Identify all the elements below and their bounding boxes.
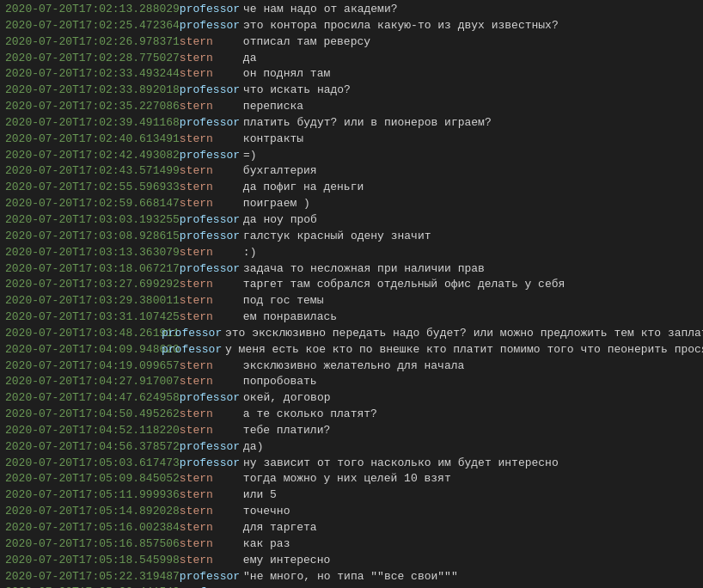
log-line: 2020-07-20T17:02:39.491168professor плат…	[3, 115, 700, 132]
log-line: 2020-07-20T17:02:35.227086stern переписк…	[3, 99, 700, 115]
log-line: 2020-07-20T17:05:11.999936stern или 5	[3, 487, 700, 504]
username: stern	[180, 309, 240, 326]
timestamp: 2020-07-20T17:05:03.617473	[5, 456, 180, 472]
message-text: или 5	[243, 487, 277, 504]
message-text: задача то несложная при наличии прав	[243, 261, 485, 278]
username: stern	[180, 358, 240, 375]
username: professor	[180, 261, 240, 278]
log-container: 2020-07-20T17:02:13.288029professor че н…	[0, 0, 703, 588]
timestamp: 2020-07-20T17:04:50.495262	[5, 407, 180, 423]
username: professor	[180, 569, 240, 585]
log-line: 2020-07-20T17:02:42.493082professor =)	[3, 148, 700, 164]
message-text: "не много, но типа ""все свои"""	[243, 569, 458, 585]
log-line: 2020-07-20T17:05:16.002384stern для тарг…	[3, 520, 700, 536]
log-line: 2020-07-20T17:02:33.493244stern он подня…	[3, 66, 700, 83]
log-line: 2020-07-20T17:02:59.668147stern поиграем…	[3, 196, 700, 212]
username: stern	[180, 293, 240, 309]
log-line: 2020-07-20T17:03:27.699292stern таргет т…	[3, 277, 700, 293]
username: stern	[180, 180, 240, 196]
username: professor	[180, 18, 240, 34]
timestamp: 2020-07-20T17:04:09.948620	[5, 342, 162, 358]
timestamp: 2020-07-20T17:02:28.775027	[5, 51, 180, 67]
timestamp: 2020-07-20T17:03:18.067217	[5, 261, 180, 278]
username: stern	[180, 245, 240, 261]
username: stern	[180, 277, 240, 293]
username: professor	[180, 229, 240, 245]
timestamp: 2020-07-20T17:05:09.845052	[5, 471, 180, 487]
username: stern	[180, 51, 240, 67]
timestamp: 2020-07-20T17:02:55.596933	[5, 180, 180, 196]
timestamp: 2020-07-20T17:05:16.857506	[5, 536, 180, 553]
username: stern	[180, 423, 240, 439]
username: professor	[180, 115, 240, 132]
log-line: 2020-07-20T17:04:09.948620professor у ме…	[3, 342, 700, 358]
username: stern	[180, 196, 240, 212]
log-line: 2020-07-20T17:03:03.193255professor да н…	[3, 212, 700, 229]
message-text: ем понравилась	[243, 309, 337, 326]
timestamp: 2020-07-20T17:03:27.699292	[5, 277, 180, 293]
message-text: да пофиг на деньги	[243, 180, 364, 196]
username: professor	[162, 342, 222, 358]
message-text: по ковиду они хотят щас очень	[243, 585, 437, 588]
timestamp: 2020-07-20T17:03:03.193255	[5, 212, 180, 229]
username: professor	[162, 326, 222, 342]
timestamp: 2020-07-20T17:02:26.978371	[5, 34, 180, 51]
username: professor	[180, 456, 240, 472]
log-line: 2020-07-20T17:04:19.099657stern эксклюзи…	[3, 358, 700, 375]
timestamp: 2020-07-20T17:03:13.363079	[5, 245, 180, 261]
log-line: 2020-07-20T17:05:09.845052stern тогда мо…	[3, 471, 700, 487]
timestamp: 2020-07-20T17:05:30.441540	[5, 585, 180, 588]
log-line: 2020-07-20T17:02:55.596933stern да пофиг…	[3, 180, 700, 196]
timestamp: 2020-07-20T17:02:39.491168	[5, 115, 180, 132]
message-text: попробовать	[243, 374, 317, 390]
timestamp: 2020-07-20T17:05:22.319487	[5, 569, 180, 585]
timestamp: 2020-07-20T17:04:56.378572	[5, 439, 180, 456]
timestamp: 2020-07-20T17:02:40.613491	[5, 132, 180, 148]
timestamp: 2020-07-20T17:03:31.107425	[5, 309, 180, 326]
message-text: платить будут? или в пионеров играем?	[243, 115, 492, 132]
message-text: под гос темы	[243, 293, 324, 309]
timestamp: 2020-07-20T17:03:29.380011	[5, 293, 180, 309]
username: professor	[180, 148, 240, 164]
timestamp: 2020-07-20T17:04:47.624958	[5, 390, 180, 407]
username: stern	[180, 407, 240, 423]
message-text: точечно	[243, 504, 290, 520]
log-line: 2020-07-20T17:04:50.495262stern а те ско…	[3, 407, 700, 423]
message-text: таргет там собрался отдельный офис делат…	[243, 277, 565, 293]
log-line: 2020-07-20T17:04:47.624958professor окей…	[3, 390, 700, 407]
timestamp: 2020-07-20T17:05:14.892028	[5, 504, 180, 520]
message-text: как раз	[243, 536, 290, 553]
username: stern	[180, 99, 240, 115]
message-text: эксклюзивно желательно для начала	[243, 358, 464, 375]
log-line: 2020-07-20T17:02:25.472364professor это …	[3, 18, 700, 34]
timestamp: 2020-07-20T17:05:16.002384	[5, 520, 180, 536]
username: professor	[180, 212, 240, 229]
timestamp: 2020-07-20T17:02:33.892018	[5, 83, 180, 99]
message-text: а те сколько платят?	[243, 407, 377, 423]
log-line: 2020-07-20T17:02:33.892018professor что …	[3, 83, 700, 99]
log-line: 2020-07-20T17:03:29.380011stern под гос …	[3, 293, 700, 309]
message-text: ему интересно	[243, 553, 330, 569]
timestamp: 2020-07-20T17:02:43.571499	[5, 163, 180, 180]
message-text: он поднял там	[243, 66, 330, 83]
timestamp: 2020-07-20T17:05:11.999936	[5, 487, 180, 504]
log-line: 2020-07-20T17:05:16.857506stern как раз	[3, 536, 700, 553]
message-text: окей, договор	[243, 390, 330, 407]
timestamp: 2020-07-20T17:02:25.472364	[5, 18, 180, 34]
message-text: это эксклюзивно передать надо будет? или…	[225, 326, 703, 342]
username: professor	[180, 390, 240, 407]
username: stern	[180, 504, 240, 520]
username: stern	[180, 520, 240, 536]
username: stern	[180, 163, 240, 180]
log-line: 2020-07-20T17:04:56.378572professor да)	[3, 439, 700, 456]
log-line: 2020-07-20T17:05:22.319487professor "не …	[3, 569, 700, 585]
message-text: что искать надо?	[243, 83, 351, 99]
log-line: 2020-07-20T17:05:30.441540professor по к…	[3, 585, 700, 588]
timestamp: 2020-07-20T17:02:59.668147	[5, 196, 180, 212]
message-text: =)	[243, 148, 257, 164]
message-text: галстук красный одену значит	[243, 229, 431, 245]
username: stern	[180, 34, 240, 51]
username: stern	[180, 471, 240, 487]
username: stern	[180, 66, 240, 83]
log-line: 2020-07-20T17:02:28.775027stern да	[3, 51, 700, 67]
